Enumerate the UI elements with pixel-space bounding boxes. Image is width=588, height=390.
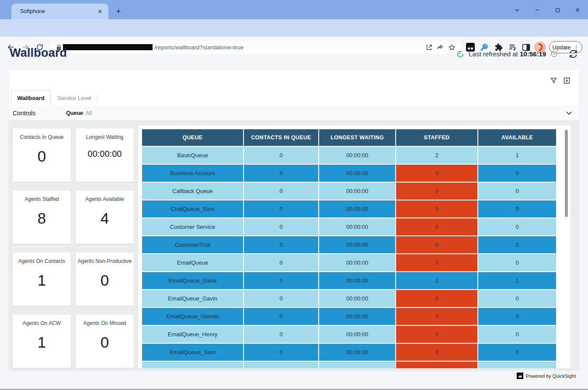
share-icon[interactable] [435,41,446,53]
kpi-label: Agents On ACW [13,320,71,326]
cell-queue: EmailQueue_Glendo [142,308,243,325]
table-row: Business Account000:00:0000 [142,165,556,182]
column-header: CONTACTS IN QUEUE [244,129,318,146]
new-tab-button[interactable]: + [113,6,124,17]
cell-staffed: 2 [396,147,477,164]
cell-available: 0 [478,218,556,235]
cell-available: 0 [478,254,556,271]
tab-service-level[interactable]: Service Level [52,90,96,105]
browser-titlebar: Softphone ✕ + [0,0,588,19]
refresh-cluster: Last refreshed at 10:56:19 [456,49,578,59]
cell-available: 1 [478,272,556,289]
cell-queue: CustomerTrial [142,236,243,253]
tab-search-chevron-icon[interactable] [511,4,524,16]
kpi-value: 0 [13,148,71,165]
table-row: EmailQueue_Glendo000:00:0000 [142,308,556,325]
kpi-card: Agents Non-Productive0 [75,252,134,306]
kpi-card: Contacts In Queue0 [12,128,71,182]
cell-waiting: 00:00:00 [319,183,395,200]
cell-waiting: 00:00:00 [319,308,395,325]
kpi-label: Longest Waiting [76,134,134,140]
column-header: LONGEST WAITING [319,129,395,146]
bookmark-star-icon[interactable] [446,41,457,53]
table-row: BasicQueue000:00:0021 [142,147,556,164]
open-in-new-icon[interactable] [423,41,435,53]
table-scrollbar[interactable] [565,130,568,217]
table-row: EmailQueue_Dane000:00:0021 [142,272,556,289]
table-header-row: QUEUECONTACTS IN QUEUELONGEST WAITINGSTA… [142,129,556,146]
cell-staffed: 0 [396,218,477,235]
last-refreshed-time: 10:56:19 [520,50,546,58]
table-row: Callback Queue000:00:0000 [142,183,556,200]
kpi-value: 00:00:00 [76,149,134,159]
cell-staffed: 0 [396,290,477,307]
cell-waiting: 00:00:00 [319,344,395,361]
tab-wallboard[interactable]: Wallboard [11,90,51,105]
kpi-value: 0 [76,272,134,289]
table-row: EmailQueue_Sam000:00:0000 [142,344,556,361]
cell-queue: Customer Service [142,218,243,235]
cell-queue: EmailQueue_T [142,362,243,369]
controls-collapse-chevron-icon[interactable] [565,109,573,119]
cell-contacts: 0 [244,200,318,217]
cell-contacts: 0 [244,344,318,361]
cell-queue: EmailQueue_Gavin [142,290,243,307]
kpi-label: Agents Staffed [13,196,71,202]
cell-contacts: 0 [244,362,318,369]
queue-filter-label: Queue [66,110,83,116]
cell-available: 0 [478,344,556,361]
cell-waiting: 00:00:00 [319,236,395,253]
queue-filter-value[interactable]: All [86,110,92,116]
sheet-tabbar: Wallboard Service Level [9,90,579,105]
minimize-button[interactable] [531,4,544,16]
powered-by-text: Powered by QuickSight [526,373,576,379]
page-title: Wallboard [10,46,67,60]
cell-waiting: 00:00:00 [319,290,395,307]
info-icon[interactable] [550,50,558,58]
cell-available: 0 [478,326,556,343]
dashboard-sheet: Wallboard Service Level Controls Queue A… [9,70,579,370]
cell-available: 0 [478,308,556,325]
cell-waiting: 00:00:00 [319,165,395,182]
cell-staffed: 0 [396,236,477,253]
cell-contacts: 0 [244,290,318,307]
kpi-value: 8 [13,210,71,227]
quicksight-logo-icon [517,373,523,379]
cell-contacts: 0 [244,183,318,200]
cell-staffed: 2 [396,272,477,289]
maximize-button[interactable] [551,4,564,16]
url-bar[interactable]: /reports/wallboard?standalone=true [49,41,462,54]
kpi-label: Agents Non-Productive [76,258,134,264]
queue-table-card: QUEUECONTACTS IN QUEUELONGEST WAITINGSTA… [138,125,571,369]
cell-staffed: 0 [396,344,477,361]
cell-available: 0 [478,236,556,253]
cell-queue: EmailQueue [142,254,243,271]
cell-waiting: 00:00:00 [319,147,395,164]
cell-contacts: 0 [244,308,318,325]
cell-staffed: 0 [396,183,477,200]
kpi-value: 1 [13,272,71,289]
kpi-value: 1 [13,334,71,351]
kpi-card: Agents On ACW1 [12,314,71,368]
table-row: EmailQueue_Henry000:00:0000 [142,326,556,343]
kpi-card: Longest Waiting00:00:00 [75,128,134,182]
cell-waiting: 00:00:00 [319,218,395,235]
kpi-grid: Contacts In Queue0Longest Waiting00:00:0… [12,128,134,368]
kpi-card: Agents Available4 [75,190,134,244]
refresh-icon[interactable] [568,49,578,59]
export-icon[interactable] [562,76,571,85]
cell-available: 0 [478,362,556,369]
column-header: QUEUE [142,129,243,146]
close-button[interactable] [571,4,584,16]
controls-bar: Controls Queue All [9,105,579,121]
url-path: /reports/wallboard?standalone=true [154,44,423,51]
cell-contacts: 0 [244,254,318,271]
cell-staffed: 0 [396,254,477,271]
filter-icon[interactable] [549,76,558,85]
table-row: CustomerTrial000:00:0000 [142,236,556,253]
queue-table: QUEUECONTACTS IN QUEUELONGEST WAITINGSTA… [141,128,557,369]
tab-close-icon[interactable]: ✕ [96,7,104,15]
browser-tab[interactable]: Softphone ✕ [11,3,108,19]
cell-queue: EmailQueue_Dane [142,272,243,289]
cell-staffed: 0 [396,308,477,325]
